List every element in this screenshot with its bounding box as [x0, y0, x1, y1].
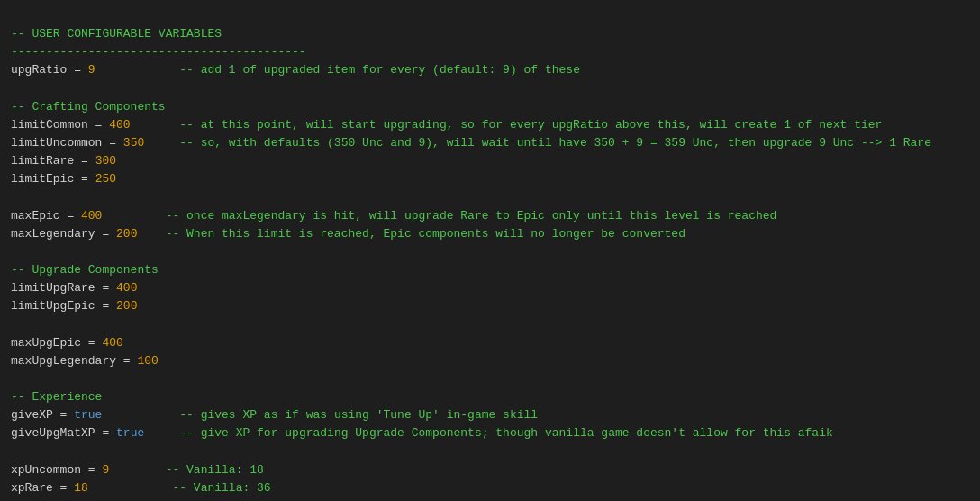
code-token: upgRatio =: [11, 63, 88, 77]
code-line: [11, 370, 969, 388]
code-token: xpUncommon =: [11, 463, 102, 477]
code-line: maxUpgEpic = 400: [11, 334, 969, 352]
code-token: limitUpgRare =: [11, 281, 116, 295]
code-token: -- give XP for upgrading Upgrade Compone…: [144, 426, 833, 440]
code-line: [11, 188, 969, 206]
code-line: maxEpic = 400 -- once maxLegendary is hi…: [11, 207, 969, 225]
code-token: -- gives XP as if was using 'Tune Up' in…: [102, 408, 538, 422]
code-token: 100: [137, 354, 158, 368]
code-token: -- When this limit is reached, Epic comp…: [137, 227, 685, 241]
code-line: xpEpic = 27 -- Vanilla: 54: [11, 497, 969, 501]
code-token: 200: [116, 299, 137, 313]
code-line: limitUncommon = 350 -- so, with defaults…: [11, 134, 969, 152]
code-token: 400: [109, 118, 130, 132]
code-token: -- once maxLegendary is hit, will upgrad…: [102, 209, 776, 223]
code-line: -- Upgrade Components: [11, 261, 969, 279]
code-line: limitRare = 300: [11, 152, 969, 170]
code-token: 400: [102, 336, 122, 350]
code-token: -- USER CONFIGURABLE VARIABLES: [11, 27, 222, 41]
code-token: 400: [116, 281, 137, 295]
code-token: giveXP =: [11, 408, 74, 422]
code-line: xpRare = 18 -- Vanilla: 36: [11, 479, 969, 497]
code-token: -- add 1 of upgraded item for every (def…: [95, 63, 580, 77]
code-token: 300: [95, 154, 116, 168]
code-token: limitUpgEpic =: [11, 299, 116, 313]
code-token: 400: [81, 209, 102, 223]
code-line: [11, 315, 969, 333]
code-line: limitUpgRare = 400: [11, 279, 969, 297]
code-line: giveXP = true -- gives XP as if was usin…: [11, 406, 969, 424]
code-token: -- Vanilla: 18: [109, 463, 264, 477]
code-token: -- Upgrade Components: [11, 263, 159, 277]
code-token: maxUpgLegendary =: [11, 354, 137, 368]
code-token: 350: [123, 136, 144, 150]
code-token: limitRare =: [11, 154, 95, 168]
code-line: -- USER CONFIGURABLE VARIABLES: [11, 25, 969, 43]
code-line: limitUpgEpic = 200: [11, 297, 969, 315]
code-token: 250: [95, 172, 116, 186]
code-token: -- Crafting Components: [11, 100, 166, 114]
code-line: giveUpgMatXP = true -- give XP for upgra…: [11, 424, 969, 442]
code-line: xpUncommon = 9 -- Vanilla: 18: [11, 461, 969, 479]
code-token: giveUpgMatXP =: [11, 426, 116, 440]
code-token: true: [116, 426, 144, 440]
code-token: 18: [74, 481, 88, 495]
code-token: ----------------------------------------…: [11, 45, 306, 59]
code-token: -- so, with defaults (350 Unc and 9), wi…: [144, 136, 931, 150]
code-line: -- Experience: [11, 388, 969, 406]
code-token: -- at this point, will start upgrading, …: [131, 118, 883, 132]
code-line: -- Crafting Components: [11, 98, 969, 116]
code-token: -- Vanilla: 36: [88, 481, 271, 495]
code-token: limitCommon =: [11, 118, 109, 132]
code-token: limitUncommon =: [11, 136, 123, 150]
code-token: true: [74, 408, 102, 422]
code-line: maxLegendary = 200 -- When this limit is…: [11, 225, 969, 243]
code-token: maxEpic =: [11, 209, 81, 223]
code-line: limitEpic = 250: [11, 170, 969, 188]
code-editor: -- USER CONFIGURABLE VARIABLES----------…: [0, 0, 980, 501]
code-token: limitEpic =: [11, 172, 95, 186]
code-line: [11, 80, 969, 98]
code-token: xpRare =: [11, 481, 74, 495]
code-token: maxLegendary =: [11, 227, 116, 241]
code-token: -- Experience: [11, 390, 102, 404]
code-line: ----------------------------------------…: [11, 43, 969, 61]
code-line: [11, 442, 969, 460]
code-line: [11, 243, 969, 261]
code-token: 9: [88, 63, 95, 77]
code-token: 200: [116, 227, 137, 241]
code-line: limitCommon = 400 -- at this point, will…: [11, 116, 969, 134]
code-token: maxUpgEpic =: [11, 336, 102, 350]
code-line: upgRatio = 9 -- add 1 of upgraded item f…: [11, 61, 969, 79]
code-line: maxUpgLegendary = 100: [11, 352, 969, 370]
